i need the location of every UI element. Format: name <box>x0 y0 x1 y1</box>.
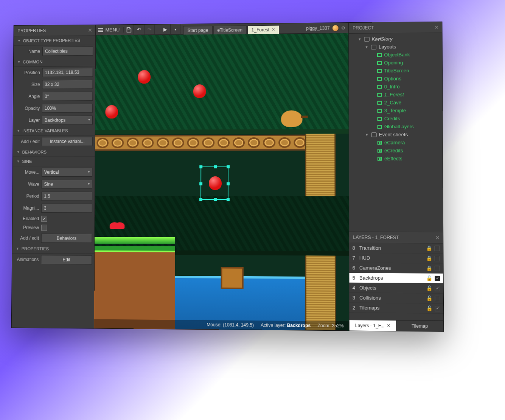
magnitude-input[interactable]: 3 <box>41 204 92 213</box>
bottom-tab-layers-1_f-[interactable]: Layers - 1_F...✕ <box>350 320 396 331</box>
close-icon[interactable]: ✕ <box>434 24 439 30</box>
close-icon[interactable]: ✕ <box>435 235 440 241</box>
section-properties2[interactable]: ▼PROPERTIES <box>12 244 94 254</box>
selection-box[interactable] <box>200 166 228 200</box>
preview-checkbox[interactable] <box>41 225 47 231</box>
tree-eventsheets-folder[interactable]: ▼Event sheets <box>351 131 441 139</box>
sprite-crate <box>221 267 244 289</box>
resize-handle[interactable] <box>199 182 202 185</box>
tab-1_forest[interactable]: 1_Forest✕ <box>247 25 279 34</box>
play-dropdown-icon[interactable]: ▾ <box>171 24 181 34</box>
layout-canvas[interactable]: Mouse: (1081.4, 149.5) Active layer: Bac… <box>94 33 349 331</box>
tree-layout-2_cave[interactable]: 2_Cave <box>351 98 441 107</box>
tree-layout-credits[interactable]: Credits <box>351 114 441 123</box>
lock-icon[interactable]: 🔓 <box>426 305 432 311</box>
layout-tabs: Start pageeTitleScreen1_Forest✕ <box>183 23 280 34</box>
play-icon[interactable]: ▶ <box>160 24 171 35</box>
layer-row-camerazones[interactable]: 6CameraZones🔒 <box>349 263 443 274</box>
layer-select[interactable]: Backdrops <box>42 116 93 125</box>
behaviors-button[interactable]: Behaviors <box>41 234 92 243</box>
user-area[interactable]: piggy_1337 ⚙ <box>303 25 348 32</box>
sprite-beetle <box>138 70 151 84</box>
position-input[interactable]: 1132.181, 118.53 <box>42 68 93 77</box>
scenery-bridge <box>95 134 308 151</box>
section-instance-vars[interactable]: ▼INSTANCE VARIABLES <box>13 126 95 135</box>
tree-layout-options[interactable]: Options <box>351 75 441 83</box>
bottom-tab-tilemap[interactable]: Tilemap <box>396 320 444 331</box>
visibility-checkbox[interactable]: ✓ <box>435 286 440 291</box>
close-icon[interactable]: ✕ <box>272 27 275 32</box>
save-icon[interactable] <box>124 25 134 35</box>
tree-layout-globallayers[interactable]: GlobalLayers <box>351 123 441 131</box>
sprite-beetle <box>193 84 206 98</box>
label-magnitude: Magni... <box>16 205 39 211</box>
project-title: PROJECT <box>353 25 374 30</box>
resize-handle[interactable] <box>199 198 202 201</box>
size-input[interactable]: 32 x 32 <box>42 80 93 89</box>
tree-layout-opening[interactable]: Opening <box>351 58 441 67</box>
layer-row-hud[interactable]: 7HUD🔒 <box>349 253 443 264</box>
right-panels: PROJECT ✕ ▼KiwiStory ▼Layouts ObjectBank… <box>348 22 443 331</box>
section-sine[interactable]: ▼SINE <box>13 157 95 166</box>
movement-select[interactable]: Vertical <box>42 168 92 177</box>
undo-icon[interactable]: ↶ <box>134 24 145 35</box>
tree-layout-3_temple[interactable]: 3_Temple <box>351 106 441 115</box>
tab-start-page[interactable]: Start page <box>183 26 213 34</box>
visibility-checkbox[interactable] <box>435 266 440 271</box>
lock-icon[interactable]: 🔒 <box>426 255 432 261</box>
wave-select[interactable]: Sine <box>42 180 92 189</box>
sprite-beetle-selected[interactable] <box>209 176 222 190</box>
resize-handle[interactable] <box>227 165 230 168</box>
visibility-checkbox[interactable] <box>435 255 440 261</box>
enabled-checkbox[interactable]: ✓ <box>41 216 47 222</box>
tree-sheet-ecredits[interactable]: eCredits <box>351 146 441 155</box>
lock-icon[interactable]: 🔒 <box>426 245 432 251</box>
layer-row-tilemaps[interactable]: 2Tilemaps🔓✓ <box>350 303 444 313</box>
tree-layout-objectbank[interactable]: ObjectBank <box>351 50 441 59</box>
layer-row-backdrops[interactable]: 5Backdrops🔓✓ <box>349 273 443 283</box>
redo-icon[interactable]: ↷ <box>145 24 155 35</box>
layer-row-transition[interactable]: 8Transition🔒 <box>349 243 443 254</box>
section-behaviors[interactable]: ▼BEHAVIORS <box>13 148 95 157</box>
close-icon[interactable]: ✕ <box>88 27 92 33</box>
tree-layout-titlescreen[interactable]: TitleScreen <box>351 66 441 75</box>
menu-button[interactable]: MENU <box>96 27 124 33</box>
tree-sheet-ecamera[interactable]: eCamera <box>351 138 441 147</box>
lock-icon[interactable]: 🔓 <box>426 296 432 301</box>
visibility-checkbox[interactable]: ✓ <box>435 275 440 281</box>
name-input[interactable]: Collectibles <box>42 47 93 56</box>
visibility-checkbox[interactable] <box>435 296 440 301</box>
resize-handle[interactable] <box>214 165 217 168</box>
section-common[interactable]: ▼COMMON <box>14 57 95 67</box>
resize-handle[interactable] <box>199 165 202 168</box>
period-input[interactable]: 1.5 <box>41 192 92 201</box>
sprite-kiwi <box>281 110 302 127</box>
lock-icon[interactable]: 🔒 <box>426 265 432 271</box>
resize-handle[interactable] <box>227 182 230 185</box>
tree-layout-1_forest[interactable]: 1_Forest <box>351 90 441 99</box>
tree-layout-0_intro[interactable]: 0_Intro <box>351 82 441 91</box>
section-object-type[interactable]: ▼OBJECT TYPE PROPERTIES <box>14 36 95 45</box>
resize-handle[interactable] <box>227 198 230 201</box>
tree-layouts-folder[interactable]: ▼Layouts <box>351 42 440 51</box>
close-icon[interactable]: ✕ <box>387 323 390 328</box>
instance-vars-button[interactable]: Instance variabl... <box>42 137 92 146</box>
angle-input[interactable]: 0° <box>42 92 93 101</box>
visibility-checkbox[interactable] <box>435 246 440 251</box>
tab-etitlescreen[interactable]: eTitleScreen <box>213 25 247 34</box>
folder-icon <box>371 132 376 137</box>
visibility-checkbox[interactable]: ✓ <box>435 306 440 311</box>
lock-icon[interactable]: 🔓 <box>426 275 432 281</box>
edit-animations-button[interactable]: Edit <box>41 255 92 264</box>
tree-sheet-eeffects[interactable]: eEffects <box>351 154 441 162</box>
layer-row-objects[interactable]: 4Objects🔓✓ <box>350 283 443 294</box>
gear-icon[interactable]: ⚙ <box>341 25 345 31</box>
status-bar: Mouse: (1081.4, 149.5) Active layer: Bac… <box>94 319 349 331</box>
lock-icon[interactable]: 🔓 <box>426 285 432 291</box>
resize-handle[interactable] <box>214 198 217 201</box>
eventsheet-icon <box>378 141 382 145</box>
opacity-input[interactable]: 100% <box>42 104 93 113</box>
layer-row-collisions[interactable]: 3Collisions🔓 <box>350 293 443 303</box>
layout-icon <box>377 93 382 96</box>
tree-root[interactable]: ▼KiwiStory <box>351 34 440 43</box>
